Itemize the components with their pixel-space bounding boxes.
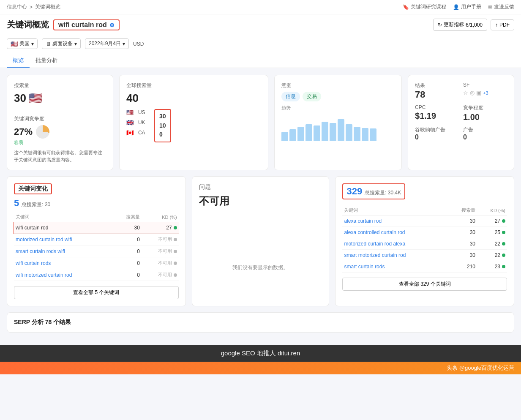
trend-section: 趋势 (281, 105, 395, 141)
related-cell-keyword[interactable]: motorized curtain rod alexa (342, 238, 449, 250)
numbers-box: 30 10 0 (154, 109, 171, 142)
related-cell-keyword[interactable]: smart motorized curtain rod (342, 250, 449, 261)
pdf-button[interactable]: ↑ PDF (491, 19, 514, 30)
breadcrumb-sep: > (30, 4, 33, 10)
header-right: ↻ 更新指标 6/1,000 ↑ PDF (433, 19, 514, 31)
related-kw-table: 关键词 搜索量 KD (%) alexa curtain rod 30 27 a… (342, 205, 507, 273)
kw-col-vol: 搜索量 (113, 212, 142, 222)
ca-code: CA (138, 130, 147, 136)
results-value: 78 (415, 89, 459, 100)
chevron-down-icon-3: ▾ (123, 41, 125, 47)
us-flag: 🇺🇸 (126, 109, 135, 116)
sf-more[interactable]: +3 (483, 90, 488, 95)
related-table-row[interactable]: smart curtain rods 210 23 (342, 261, 507, 273)
comp-section: 竞争程度 1.00 (463, 104, 507, 122)
related-table-row[interactable]: smart motorized curtain rod 30 22 (342, 250, 507, 261)
global-search-details: 🇺🇸 US 🇬🇧 UK 🇨🇦 (126, 109, 261, 142)
date-label: 2022年9月4日 (89, 40, 121, 47)
trend-bar-5 (314, 125, 320, 141)
results-section: 结果 78 (415, 82, 459, 100)
user-icon: 👤 (453, 4, 459, 10)
kw-cell-keyword: wifi motorized curtain rod (14, 269, 113, 281)
breadcrumb: 信息中心 > 关键词概览 (7, 3, 60, 11)
kw-cell-keyword: smart curtain rods wifi (14, 245, 113, 257)
add-keyword-icon[interactable]: ⊕ (109, 22, 115, 28)
kw-changes-count: 5 (14, 198, 19, 209)
kw-course-link[interactable]: 🔖 关键词研究课程 (403, 3, 446, 11)
trend-bar-9 (346, 124, 352, 141)
kw-changes-card: 关键词变化 5 总搜索量: 30 关键词 搜索量 KD (%) wifi cur… (7, 176, 186, 306)
related-col-kd: KD (%) (477, 205, 507, 215)
kw-table-row[interactable]: smart curtain rods wifi 0 不可用 (14, 245, 179, 257)
kw-cell-vol: 0 (113, 257, 142, 269)
trend-bar-12 (370, 128, 376, 141)
related-table-row[interactable]: alexa curtain rod 30 27 (342, 215, 507, 227)
kw-cell-kd: 不可用 (142, 234, 179, 245)
kd-value: 27% (14, 125, 106, 139)
date-filter[interactable]: 2022年9月4日 ▾ (85, 38, 129, 49)
device-filter[interactable]: 🖥 桌面设备 ▾ (42, 38, 81, 49)
tab-overview[interactable]: 概览 (7, 54, 30, 68)
kw-course-label: 关键词研究课程 (411, 3, 446, 11)
tabs: 概览 批量分析 (7, 54, 514, 68)
bottom-banner: google SEO 地推人 ditui.ren (0, 345, 521, 362)
breadcrumb-home[interactable]: 信息中心 (7, 3, 27, 11)
related-kd-dot (502, 231, 505, 234)
refresh-icon: ↻ (438, 22, 442, 28)
related-cell-keyword[interactable]: smart curtain rods (342, 261, 449, 273)
kw-changes-header: 关键词变化 (14, 183, 179, 194)
user-manual-link[interactable]: 👤 用户手册 (453, 3, 481, 11)
kw-col-kd: KD (%) (142, 212, 179, 222)
bottom-watermark: 头条 @google百度优化运营 (0, 362, 521, 374)
cpc-section: CPC $1.19 (415, 104, 459, 122)
tab-bulk[interactable]: 批量分析 (30, 54, 63, 68)
kw-table-row[interactable]: wifi motorized curtain rod 0 不可用 (14, 269, 179, 281)
kw-table-row[interactable]: wifi curtain rods 0 不可用 (14, 257, 179, 269)
update-label: 更新指标 (444, 21, 464, 28)
kd-badge: 容易 (14, 139, 106, 146)
device-icon: 🖥 (46, 41, 51, 47)
view-all-kw-button[interactable]: 查看全部 5 个关键词 (14, 286, 179, 299)
kw-cell-kd: 27 (142, 222, 179, 234)
kw-changes-title: 关键词变化 (14, 183, 52, 194)
intent-label: 意图 (281, 82, 395, 89)
related-cell-keyword[interactable]: alexa curtain rod (342, 215, 449, 227)
kd-donut (36, 125, 49, 139)
related-cell-vol: 30 (449, 215, 477, 227)
related-cell-keyword[interactable]: alexa controlled curtain rod (342, 227, 449, 238)
no-data-section: 我们没有要显示的数据。 (199, 227, 322, 299)
country-filter[interactable]: 🇺🇸 美国 ▾ (7, 38, 38, 49)
upload-icon: ↑ (495, 22, 498, 28)
shopping-value: 0 (415, 134, 459, 141)
no-data-text: 我们没有要显示的数据。 (232, 264, 288, 271)
kw-table-row[interactable]: wifi curtain rod 30 27 (14, 222, 179, 234)
related-table-row[interactable]: motorized curtain rod alexa 30 22 (342, 238, 507, 250)
currency-label: USD (133, 41, 144, 47)
shopping-ads: 谷歌购物广告 0 广告 0 (415, 126, 507, 141)
related-cell-vol: 210 (449, 261, 477, 273)
shopping-label: 谷歌购物广告 (415, 126, 459, 134)
kw-cell-keyword: wifi curtain rod (14, 222, 113, 234)
trend-chart (281, 115, 395, 141)
related-cell-vol: 30 (449, 238, 477, 250)
update-metrics-button[interactable]: ↻ 更新指标 6/1,000 (433, 19, 487, 31)
country-flag: 🇺🇸 (11, 41, 18, 47)
kw-table-row[interactable]: motorized curtain rod wifi 0 不可用 (14, 234, 179, 245)
global-search-label: 全球搜索量 (126, 82, 261, 89)
kd-dot (174, 250, 177, 253)
uk-code: UK (138, 120, 147, 125)
circle-icon: ◎ (470, 90, 475, 96)
intent-tag-trans: 交易 (303, 92, 321, 101)
bottom-banner-text: google SEO 地推人 ditui.ren (221, 349, 300, 357)
kw-col-keyword: 关键词 (14, 212, 113, 222)
user-manual-label: 用户手册 (461, 3, 481, 11)
unavailable-text: 不可用 (199, 194, 322, 208)
related-table-row[interactable]: alexa controlled curtain rod 30 25 (342, 227, 507, 238)
search-volume-label: 搜索量 (14, 82, 106, 89)
view-all-related-button[interactable]: 查看全部 329 个关键词 (342, 278, 507, 291)
related-col-vol: 搜索量 (449, 205, 477, 215)
feedback-link[interactable]: ✉ 发送反馈 (488, 3, 514, 11)
country-row-uk: 🇬🇧 UK (126, 119, 151, 126)
ads-section: 广告 0 (463, 126, 507, 141)
sv-flag: 🇺🇸 (29, 92, 42, 105)
